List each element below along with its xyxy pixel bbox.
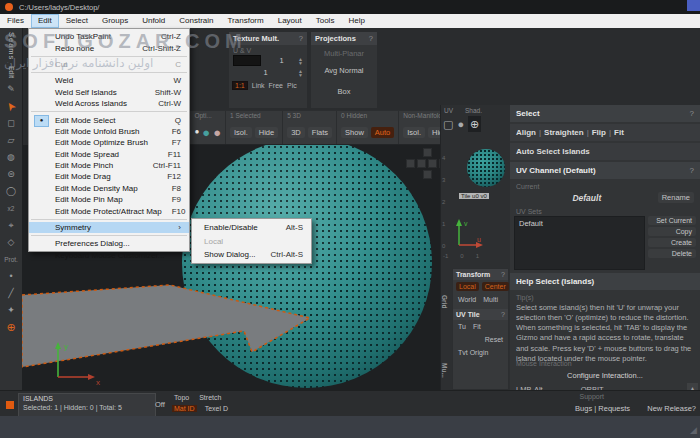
- menu-item-edit-mode-density-map[interactable]: Edit Mode Density MapF8: [29, 183, 189, 194]
- menu-groups[interactable]: Groups: [95, 14, 135, 28]
- help-icon[interactable]: ?: [501, 271, 505, 278]
- box-button[interactable]: Box: [311, 81, 377, 102]
- help-icon[interactable]: ?: [369, 34, 373, 43]
- hide-button[interactable]: Hide: [255, 127, 278, 138]
- help-icon[interactable]: ?: [299, 34, 303, 43]
- menu-item-edit-mode-drag[interactable]: Edit Mode DragF12: [29, 171, 189, 182]
- menu-item-cut[interactable]: CutC: [29, 59, 189, 70]
- isol--button[interactable]: Isol.: [230, 127, 252, 138]
- copy-button[interactable]: Copy: [648, 227, 696, 236]
- tile-origin-button[interactable]: Tvt Origin: [456, 348, 490, 357]
- menu-layout[interactable]: Layout: [271, 14, 309, 28]
- flip-button[interactable]: Flip: [592, 128, 606, 137]
- fit-button[interactable]: Fit: [614, 128, 624, 137]
- menu-select[interactable]: Select: [59, 14, 95, 28]
- uv-sets-list[interactable]: Default: [514, 216, 645, 270]
- menu-item-local[interactable]: Local: [192, 235, 311, 249]
- show-button[interactable]: Show: [341, 127, 368, 138]
- nav-pad-button[interactable]: [423, 170, 432, 179]
- menu-item-redo-none[interactable]: Redo noneCtrl-Shift-Z: [29, 42, 189, 53]
- auto-select-islands-button[interactable]: Auto Select Islands: [510, 143, 700, 160]
- menu-item-edit-mode-optimize-brush[interactable]: Edit Mode Optimize BrushF7: [29, 137, 189, 148]
- wireframe-globe-icon[interactable]: ⊕: [468, 116, 481, 132]
- help-icon[interactable]: ?: [690, 166, 694, 175]
- spinner-arrows-icon[interactable]: ▲▼: [298, 69, 303, 77]
- local-button[interactable]: Local: [456, 282, 479, 291]
- straighten-button[interactable]: Straighten: [544, 128, 584, 137]
- edge-tool-icon[interactable]: ╱: [1, 286, 21, 301]
- lightbulb-icon[interactable]: ●: [194, 128, 199, 136]
- free-button[interactable]: Free: [269, 82, 283, 89]
- reset-button[interactable]: Reset: [483, 335, 505, 344]
- menu-help[interactable]: Help: [341, 14, 371, 28]
- plane-icon[interactable]: ▱: [1, 133, 21, 148]
- 3d-button[interactable]: 3D: [287, 127, 305, 138]
- menu-item-weld-self-islands[interactable]: Weld Self IslandsShift-W: [29, 87, 189, 98]
- grid-sphere-icon[interactable]: ◍: [1, 150, 21, 165]
- island-color-swatch[interactable]: [6, 401, 14, 409]
- uv-set-item[interactable]: Default: [515, 217, 644, 230]
- menu-item-keyboard-mouse-customizer-[interactable]: Keyboard Mouse Customizer...: [29, 250, 189, 261]
- menu-item-symmetry[interactable]: Symmetry›: [29, 222, 189, 233]
- window-control[interactable]: [687, 0, 700, 11]
- x2-label[interactable]: x2: [1, 201, 21, 216]
- world-button[interactable]: World: [456, 295, 478, 304]
- shield-icon[interactable]: ◇: [1, 235, 21, 250]
- menu-item-edit-mode-pin-map[interactable]: Edit Mode Pin MapF9: [29, 194, 189, 205]
- menu-item-preferences-dialog-[interactable]: Preferences Dialog...: [29, 238, 189, 249]
- configure-interaction-link[interactable]: Configure Interaction...: [510, 368, 700, 383]
- uv-frame-icon[interactable]: ▢: [443, 116, 453, 132]
- texture-u-value[interactable]: 1: [265, 56, 298, 65]
- globe-icon[interactable]: ⊕: [1, 320, 21, 335]
- multi-tab[interactable]: Mu...: [441, 363, 448, 378]
- grid-tab[interactable]: Grid: [441, 295, 448, 308]
- isol--button[interactable]: Isol.: [403, 127, 425, 138]
- menu-item-edit-mode-spread[interactable]: Edit Mode SpreadF11: [29, 149, 189, 160]
- multi-button[interactable]: Multi: [481, 295, 500, 304]
- menu-item-edit-mode-protect-attract-map[interactable]: Edit Mode Protect/Attract MapF10: [29, 205, 189, 216]
- sphere-icon[interactable]: ◯: [1, 184, 21, 199]
- stretch-toggle[interactable]: Stretch: [197, 394, 223, 401]
- material-sphere-pink-icon[interactable]: ●: [213, 126, 221, 139]
- texel-d-toggle[interactable]: Texel D: [203, 405, 230, 412]
- center-button[interactable]: Center: [482, 282, 509, 291]
- auto-button[interactable]: Auto: [371, 127, 394, 138]
- help-icon[interactable]: ?: [690, 109, 694, 118]
- seams-tab[interactable]: Seams: [7, 28, 16, 64]
- rename-button[interactable]: Rename: [658, 192, 694, 203]
- menu-transform[interactable]: Transform: [221, 14, 271, 28]
- menu-item-edit-mode-pinch[interactable]: Edit Mode PinchCtrl-F11: [29, 160, 189, 171]
- edit-tab[interactable]: Edit: [8, 66, 15, 78]
- texture-v-value[interactable]: 1: [233, 68, 298, 77]
- texture-swatch[interactable]: [233, 55, 261, 66]
- avg-normal-button[interactable]: Avg Normal: [311, 60, 377, 81]
- bugs-requests-link[interactable]: Bugs | Requests: [575, 404, 630, 413]
- nav-pad-button[interactable]: [423, 148, 432, 157]
- material-sphere-teal-icon[interactable]: ●: [202, 126, 210, 139]
- protect-label[interactable]: Prot.: [1, 252, 21, 267]
- ratio-button[interactable]: 1:1: [232, 81, 248, 90]
- menu-item-undo-taskpaint[interactable]: Undo TaskPaintCtrl-Z: [29, 31, 189, 42]
- topo-toggle[interactable]: Topo: [172, 394, 191, 401]
- nav-pad-button[interactable]: [428, 159, 437, 168]
- delete-button[interactable]: Delete: [648, 249, 696, 258]
- set-current-button[interactable]: Set Current: [648, 216, 696, 225]
- menu-files[interactable]: Files: [0, 14, 31, 28]
- pic-button[interactable]: Pic: [287, 82, 297, 89]
- align-button[interactable]: Align: [516, 128, 536, 137]
- mat-id-toggle[interactable]: Mat ID: [172, 405, 197, 412]
- menu-item-weld-across-islands[interactable]: Weld Across IslandsCtrl-W: [29, 98, 189, 109]
- menu-item-edit-mode-unfold-brush[interactable]: Edit Mode Unfold BrushF6: [29, 126, 189, 137]
- spinner-arrows-icon[interactable]: ▲▼: [298, 57, 303, 65]
- link-button[interactable]: Link: [252, 82, 265, 89]
- pin-icon[interactable]: ⌖: [1, 218, 21, 233]
- create-button[interactable]: Create: [648, 238, 696, 247]
- menu-item-weld[interactable]: WeldW: [29, 75, 189, 86]
- menu-unfold[interactable]: Unfold: [135, 14, 172, 28]
- off-button[interactable]: Off: [155, 400, 165, 409]
- menu-item-show-dialog-[interactable]: Show Dialog...Ctrl-Alt-S: [192, 248, 311, 262]
- fit-button[interactable]: Fit: [471, 322, 483, 331]
- dot-icon[interactable]: •: [1, 269, 21, 284]
- flats-button[interactable]: Flats: [308, 127, 332, 138]
- cylinder-icon[interactable]: ⊜: [1, 167, 21, 182]
